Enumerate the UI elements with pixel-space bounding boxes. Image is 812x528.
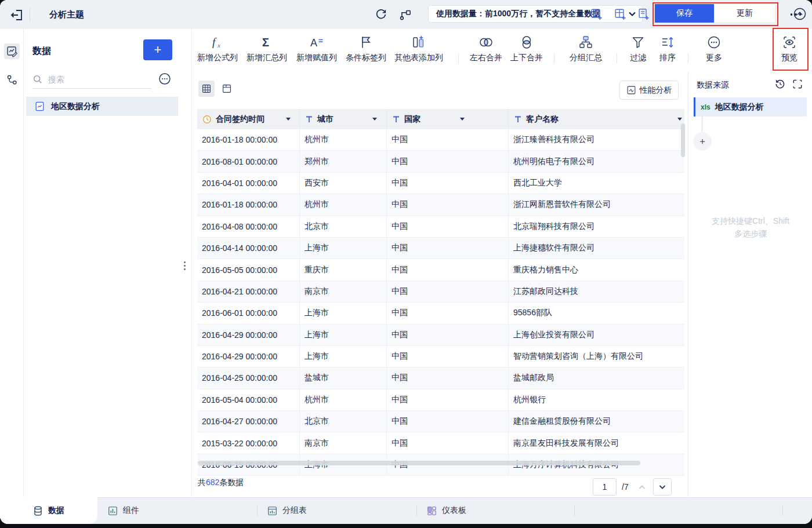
tool-sort[interactable]: 排序 [659,35,676,63]
page-title: 分析主题 [49,0,84,29]
add-step-button[interactable]: ＋ [693,132,712,151]
preview-eye-icon [782,35,797,50]
data-volume-dropdown[interactable]: 使用数据量：前1000万行，暂不支持全量数据 [428,5,643,23]
page-up-button[interactable] [635,480,650,495]
chart-component-icon [107,505,118,516]
search-options-icon[interactable] [158,72,172,86]
pulse-icon [626,85,636,95]
group-table-icon [267,505,278,516]
column-menu-caret[interactable] [372,118,377,123]
column-menu-caret[interactable] [460,118,465,123]
swap-layout-icon[interactable] [792,78,803,90]
add-report-icon[interactable] [636,7,650,21]
table-row[interactable]: 2016-05-05 00:00:00 重庆市 中国 重庆格力销售中心 [197,259,684,281]
panel-resize-handle[interactable] [184,260,186,272]
cell-country: 中国 [387,281,509,302]
vertical-scrollbar[interactable] [681,123,685,157]
tool-group-summary[interactable]: 分组汇总 [570,35,602,63]
save-button[interactable]: 保存 [655,4,714,23]
cell-country: 中国 [387,216,509,237]
tool-assign-column[interactable]: A 新增赋值列 [296,35,337,63]
table-row[interactable]: 2015-03-22 00:00:00 南京市 中国 南京星友田科技发展有限公司 [197,432,684,454]
cell-customer: 浙江臻善科技有限公司 [509,129,684,150]
tab-data[interactable]: 数据 [32,497,64,524]
column-header-city[interactable]: 城市 [300,109,387,129]
tool-formula-column[interactable]: fx 新增公式列 [197,35,238,63]
performance-analysis-button[interactable]: 性能分析 [619,81,679,100]
column-menu-caret[interactable] [286,118,291,123]
step-history-icon[interactable] [774,78,786,90]
grid-view-icon [201,83,212,94]
tool-summary-column[interactable]: Σ 新增汇总列 [246,35,287,63]
table-row[interactable]: 2016-04-29 00:00:00 上海市 中国 智动营销策划咨询（上海）有… [197,346,684,367]
column-header-date[interactable]: 合同签约时间 [197,109,300,129]
cell-city: 上海市 [300,238,387,258]
tool-preview[interactable]: 预览 [781,35,798,63]
data-panel-title: 数据 [32,45,51,57]
table-row[interactable]: 2016-06-01 00:00:00 上海市 中国 95856部队 [197,303,684,324]
data-source-step[interactable]: xls 地区数据分析 [694,97,807,116]
view-layout-toggle[interactable] [219,81,235,97]
table-row[interactable]: 2016-04-01 00:00:00 西安市 中国 西北工业大学 [197,173,684,194]
topbar-divider [30,8,30,21]
cell-city: 上海市 [300,303,387,323]
table-row[interactable]: 2016-04-14 00:00:00 上海市 中国 上海捷穗软件有限公司 [197,238,684,259]
sort-icon [660,35,675,50]
cell-city: 杭州市 [300,389,387,410]
cell-country: 中国 [387,238,509,258]
tool-condition-tag-column[interactable]: 条件标签列 [346,35,386,63]
column-header-country[interactable]: 国家 [387,109,509,129]
table-row[interactable]: 2016-04-25 00:00:00 盐城市 中国 盐城邮政局 [197,367,684,389]
tool-union-vertical[interactable]: 上下合并 [510,35,543,63]
tool-filter[interactable]: 过滤 [630,35,646,63]
cell-date: 2016-04-14 00:00:00 [197,238,300,258]
tab-dashboard[interactable]: 仪表板 [426,497,466,524]
cell-city: 上海市 [300,346,387,367]
filter-icon [630,35,646,50]
tool-join-horizontal[interactable]: 左右合并 [470,35,502,63]
column-header-customer[interactable]: 客户名称 [509,109,684,129]
view-grid-toggle[interactable] [198,81,215,97]
more-circle-icon [706,35,722,50]
table-header: 合同签约时间 城市 国家 客户名称 [197,109,684,129]
cell-country: 中国 [387,173,509,194]
tool-more[interactable]: 更多 [706,35,722,63]
table-row[interactable]: 2016-04-27 00:00:00 北京市 中国 建信金融租赁股份有限公司 [197,411,684,432]
table-row[interactable]: 2016-04-29 00:00:00 上海市 中国 上海创业投资有限公司 [197,325,684,346]
lineage-icon[interactable] [397,6,413,23]
text-type-icon [305,115,313,123]
flow-route-icon[interactable] [4,72,20,88]
exit-icon[interactable] [9,8,24,23]
tab-component[interactable]: 组件 [107,497,139,524]
add-chart-icon[interactable] [589,7,603,21]
row-count-value: 682 [206,478,219,487]
table-row[interactable]: 2016-04-08 00:00:00 北京市 中国 北京瑞翔科技有限公司 [197,216,684,238]
tab-group-table[interactable]: 分组表 [267,497,307,524]
table-row[interactable]: 2016-01-18 00:00:00 杭州市 中国 浙江网新恩普软件有限公司 [197,194,684,216]
svg-text:A: A [310,37,317,49]
refresh-icon[interactable] [373,6,389,23]
cell-city: 郑州市 [300,151,387,172]
cell-customer: 上海捷穗软件有限公司 [509,238,684,258]
table-row[interactable]: 2016-05-04 00:00:00 杭州市 中国 杭州银行 [197,389,684,411]
update-button[interactable]: 更新 [714,4,775,23]
table-row[interactable]: 2016-04-21 00:00:00 南京市 中国 江苏邮政同达科技 [197,281,684,303]
analysis-subject-icon[interactable] [4,43,20,59]
page-number-input[interactable] [593,478,617,496]
cell-country: 中国 [387,129,509,150]
tool-add-column-from-table[interactable]: 其他表添加列 [394,35,443,63]
cell-date: 2016-05-05 00:00:00 [197,259,300,280]
table-row[interactable]: 2016-01-18 00:00:00 杭州市 中国 浙江臻善科技有限公司 [197,129,684,151]
horizontal-scrollbar[interactable] [198,461,640,465]
page-down-button[interactable] [653,478,672,496]
cell-date: 2016-04-21 00:00:00 [197,281,300,302]
column-menu-caret[interactable] [677,118,682,123]
collapse-up-icon[interactable] [793,7,807,21]
join-tb-icon [519,35,534,50]
sidebar-item-dataset[interactable]: 地区数据分析 [26,97,178,116]
add-data-button[interactable]: + [143,39,172,60]
search-input[interactable] [47,74,136,85]
add-dashboard-icon[interactable] [613,7,627,21]
table-row[interactable]: 2016-08-01 00:00:00 郑州市 中国 杭州明佑电子有限公司 [197,151,684,172]
chevron-down-icon [628,11,636,17]
